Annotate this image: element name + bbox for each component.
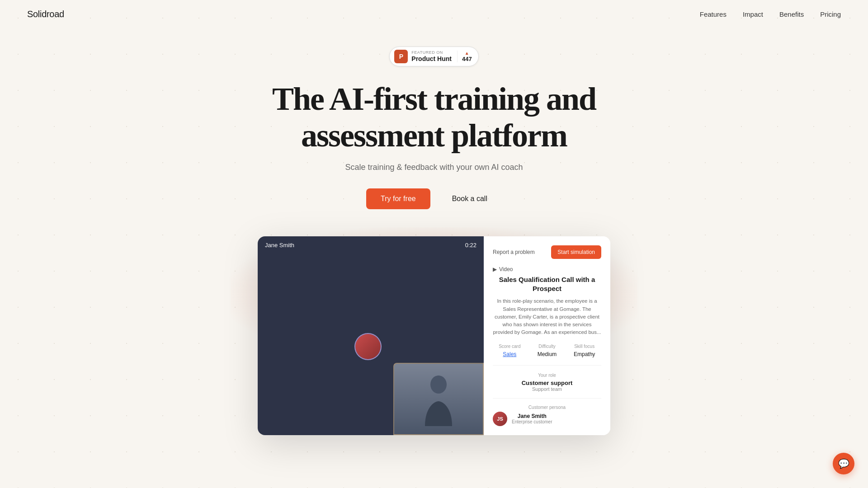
demo-container: Jane Smith 0:22 xyxy=(258,236,610,435)
person-silhouette xyxy=(394,364,483,434)
role-section-label: Your role xyxy=(493,373,601,378)
ph-vote-count: 447 xyxy=(462,56,472,62)
type-badge: ▶ Video xyxy=(493,266,601,272)
video-timer: 0:22 xyxy=(465,242,476,249)
meta-grid: Score card Sales Difficulty Medium Skill… xyxy=(493,344,601,366)
logo[interactable]: Solidroad xyxy=(27,9,64,19)
nav-impact[interactable]: Impact xyxy=(743,10,763,18)
start-simulation-button[interactable]: Start simulation xyxy=(551,245,601,259)
role-name: Customer support xyxy=(493,380,601,386)
nav-pricing[interactable]: Pricing xyxy=(820,10,841,18)
person-svg xyxy=(420,372,457,426)
score-card-meta: Score card Sales xyxy=(493,344,527,358)
scenario-title: Sales Qualification Call with a Prospect xyxy=(493,275,601,293)
role-team: Support team xyxy=(493,386,601,392)
person-video-thumbnail xyxy=(393,363,484,435)
scenario-description: In this role-play scenario, the employee… xyxy=(493,297,601,336)
role-section: Your role Customer support Support team xyxy=(493,373,601,399)
type-label: Video xyxy=(499,266,513,272)
product-hunt-badge[interactable]: P FEATURED ON Product Hunt ▲ 447 xyxy=(389,47,478,66)
book-call-button[interactable]: Book a call xyxy=(438,188,502,209)
avatar-image xyxy=(355,334,381,359)
chat-icon: 💬 xyxy=(838,458,849,469)
score-card-label: Score card xyxy=(493,344,527,349)
ph-name: Product Hunt xyxy=(411,55,452,63)
video-person-name: Jane Smith xyxy=(265,242,294,249)
ph-upvote-icon: ▲ xyxy=(465,51,469,56)
skill-focus-label: Skill focus xyxy=(567,344,601,349)
cta-group: Try for free Book a call xyxy=(366,188,502,209)
persona-avatar: JS xyxy=(493,412,507,426)
score-card-value[interactable]: Sales xyxy=(503,351,516,357)
video-icon: ▶ xyxy=(493,266,497,272)
skill-focus-meta: Skill focus Empathy xyxy=(567,344,601,358)
nav-features[interactable]: Features xyxy=(700,10,726,18)
skill-focus-value: Empathy xyxy=(574,351,595,357)
product-hunt-logo: P xyxy=(394,50,408,63)
info-panel-header: Report a problem Start simulation xyxy=(493,245,601,259)
try-free-button[interactable]: Try for free xyxy=(366,188,430,209)
persona-info: Jane Smith Enterprise customer xyxy=(512,413,552,424)
ph-featured-label: FEATURED ON xyxy=(411,50,443,55)
video-panel: Jane Smith 0:22 xyxy=(258,236,484,435)
nav-benefits[interactable]: Benefits xyxy=(779,10,804,18)
info-panel: Report a problem Start simulation ▶ Vide… xyxy=(484,236,610,435)
difficulty-label: Difficulty xyxy=(530,344,564,349)
persona-name: Jane Smith xyxy=(512,413,552,419)
difficulty-meta: Difficulty Medium xyxy=(530,344,564,358)
persona-section-label: Customer persona xyxy=(493,405,601,410)
video-header: Jane Smith 0:22 xyxy=(258,236,484,254)
svg-point-0 xyxy=(430,375,447,394)
avatar-circle xyxy=(354,333,382,360)
persona-type: Enterprise customer xyxy=(512,419,552,424)
persona-section: Customer persona JS Jane Smith Enterpris… xyxy=(493,405,601,426)
hero-headline: The AI-first training and assessment pla… xyxy=(272,81,596,154)
hero-subtitle: Scale training & feedback with your own … xyxy=(345,163,523,172)
demo-wrapper: Jane Smith 0:22 xyxy=(0,236,868,435)
report-problem-link[interactable]: Report a problem xyxy=(493,249,535,255)
difficulty-value: Medium xyxy=(538,351,557,357)
chat-support-button[interactable]: 💬 xyxy=(833,453,854,474)
